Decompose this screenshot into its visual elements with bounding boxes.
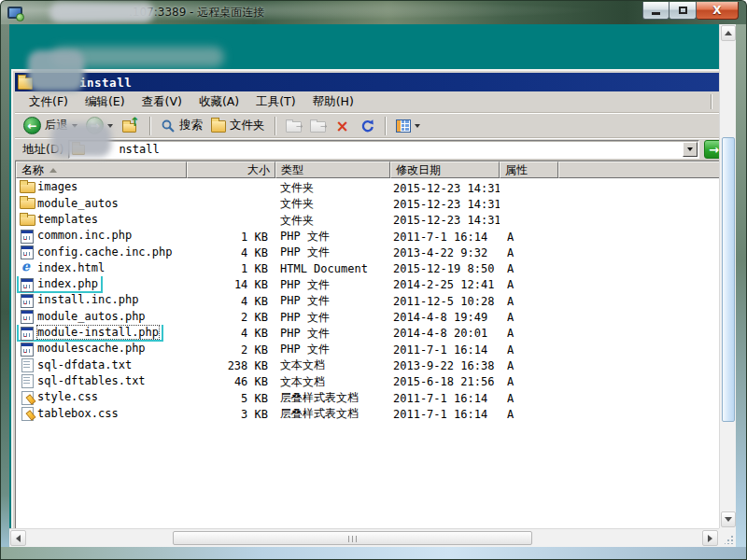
file-modified: 2013-9-22 16:38: [390, 359, 500, 372]
file-row[interactable]: module-install.php 4 KB PHP 文件 2014-4-8 …: [16, 326, 719, 342]
file-row[interactable]: module_autos.php 2 KB PHP 文件 2014-4-8 19…: [16, 309, 719, 325]
vertical-scrollbar-thumb[interactable]: [722, 137, 735, 422]
toolbar-separator: [385, 117, 387, 135]
scroll-up-button[interactable]: [721, 25, 736, 41]
minimize-icon: [652, 12, 660, 15]
copy-to-icon: [310, 121, 326, 133]
file-modified: 2014-4-8 19:49: [390, 311, 500, 324]
file-size: 5 KB: [187, 392, 275, 405]
rdp-vertical-scrollbar[interactable]: [719, 24, 736, 528]
file-name: templates: [37, 213, 98, 226]
txt-icon: [20, 357, 34, 371]
explorer-titlebar[interactable]: install: [15, 73, 719, 91]
file-name: modulescache.php: [37, 342, 146, 355]
minimize-button[interactable]: [642, 2, 669, 20]
delete-button[interactable]: ×: [331, 119, 354, 133]
window-frame-right: [736, 24, 747, 547]
menu-bar: 文件(F) 编辑(E) 查看(V) 收藏(A) 工具(T) 帮助(H): [15, 91, 719, 113]
move-to-button[interactable]: [283, 118, 304, 133]
column-header-modified[interactable]: 修改日期: [390, 161, 500, 178]
file-type: PHP 文件: [275, 326, 390, 342]
file-type: PHP 文件: [275, 342, 390, 357]
menu-view[interactable]: 查看(V): [134, 92, 190, 112]
file-row[interactable]: install.inc.php 4 KB PHP 文件 2011-12-5 10…: [16, 293, 719, 309]
column-header-type[interactable]: 类型: [275, 161, 390, 178]
file-row[interactable]: module_autos 文件夹 2015-12-23 14:31: [16, 196, 719, 212]
views-button[interactable]: [393, 119, 423, 133]
column-header-name[interactable]: 名称: [16, 161, 187, 178]
file-row[interactable]: images 文件夹 2015-12-23 14:31: [16, 180, 719, 196]
file-type: PHP 文件: [275, 245, 390, 260]
column-header-size[interactable]: 大小: [187, 161, 275, 178]
column-headers: 名称 大小 类型 修改日期 属性: [16, 161, 719, 178]
up-button[interactable]: ↑: [119, 117, 143, 134]
file-modified: 2015-12-23 14:31: [390, 182, 500, 195]
arrow-up-icon: [725, 31, 732, 35]
file-name: images: [37, 180, 78, 193]
resize-grip[interactable]: [719, 528, 736, 547]
file-row[interactable]: tablebox.css 3 KB 层叠样式表文档 2011-7-1 16:14…: [16, 406, 719, 422]
search-button[interactable]: 搜索: [158, 117, 205, 134]
file-type: PHP 文件: [275, 310, 390, 326]
menu-edit[interactable]: 编辑(E): [77, 92, 134, 112]
menu-file[interactable]: 文件(F): [21, 92, 77, 112]
explorer-window: install 文件(F) 编辑(E) 查看(V) 收藏(A) 工具(T) 帮助…: [11, 69, 719, 528]
file-attributes: A: [500, 278, 558, 291]
file-name: tablebox.css: [37, 407, 119, 420]
file-row[interactable]: index.php 14 KB PHP 文件 2014-2-25 12:41 A: [16, 277, 719, 293]
column-header-attributes[interactable]: 属性: [500, 161, 558, 178]
rdp-window: .107:3389 - 远程桌面连接 X install: [0, 0, 747, 560]
file-name: common.inc.php: [37, 229, 132, 242]
address-bar: 地址(D) nstall → 转到: [15, 138, 719, 161]
close-button[interactable]: X: [697, 2, 739, 20]
file-type: 层叠样式表文档: [275, 406, 390, 422]
file-row[interactable]: sql-dftables.txt 46 KB 文本文档 2015-6-18 21…: [16, 374, 719, 390]
folders-button[interactable]: 文件夹: [208, 117, 268, 134]
file-attributes: A: [500, 311, 558, 324]
file-name: module_autos: [37, 197, 119, 210]
arrow-down-icon: [725, 517, 732, 522]
maximize-button[interactable]: [669, 2, 697, 20]
menu-tools[interactable]: 工具(T): [247, 92, 303, 112]
copy-to-button[interactable]: [307, 118, 329, 133]
toolbar-separator: [149, 117, 151, 135]
file-modified: 2011-7-1 16:14: [390, 343, 500, 357]
undo-button[interactable]: [357, 118, 378, 134]
censor-blob-address: [51, 123, 111, 157]
php-icon: [20, 229, 34, 243]
chevron-down-icon: [415, 124, 420, 128]
file-row[interactable]: style.css 5 KB 层叠样式表文档 2011-7-1 16:14 A: [16, 390, 719, 406]
file-attributes: A: [500, 246, 558, 259]
go-button[interactable]: →: [704, 140, 719, 159]
column-header-filler: [558, 161, 719, 178]
move-to-icon: [286, 121, 302, 133]
explorer-title: install: [79, 76, 132, 90]
folders-icon: [211, 120, 226, 133]
file-row[interactable]: templates 文件夹 2015-12-23 14:31: [16, 213, 719, 229]
horizontal-scrollbar-thumb[interactable]: [173, 531, 532, 545]
file-row[interactable]: config.cache.inc.php 4 KB PHP 文件 2013-4-…: [16, 245, 719, 260]
address-dropdown-button[interactable]: [683, 142, 698, 157]
file-size: 46 KB: [187, 375, 275, 388]
scroll-down-button[interactable]: [721, 511, 736, 527]
file-row[interactable]: modulescache.php 2 KB PHP 文件 2011-7-1 16…: [16, 342, 719, 357]
file-row[interactable]: common.inc.php 1 KB PHP 文件 2011-7-1 16:1…: [16, 229, 719, 245]
menu-help[interactable]: 帮助(H): [304, 92, 362, 112]
file-modified: 2011-7-1 16:14: [390, 392, 500, 405]
views-icon: [396, 119, 411, 133]
file-type: PHP 文件: [275, 277, 390, 293]
file-row[interactable]: sql-dfdata.txt 238 KB 文本文档 2013-9-22 16:…: [16, 357, 719, 373]
file-name: module_autos.php: [37, 310, 146, 323]
address-input[interactable]: nstall: [68, 140, 699, 159]
undo-icon: [359, 119, 375, 133]
file-name: config.cache.inc.php: [37, 245, 173, 259]
scroll-left-button[interactable]: [10, 530, 26, 546]
scroll-right-button[interactable]: [702, 530, 718, 546]
file-size: 1 KB: [187, 231, 275, 244]
file-row[interactable]: index.html 1 KB HTML Document 2015-12-19…: [16, 260, 719, 276]
rdp-horizontal-scrollbar[interactable]: [9, 528, 719, 547]
menu-favorites[interactable]: 收藏(A): [190, 92, 247, 112]
file-list: images 文件夹 2015-12-23 14:31 module_autos…: [16, 178, 719, 528]
php-icon: [20, 293, 34, 307]
rdp-titlebar[interactable]: .107:3389 - 远程桌面连接 X: [0, 0, 747, 24]
